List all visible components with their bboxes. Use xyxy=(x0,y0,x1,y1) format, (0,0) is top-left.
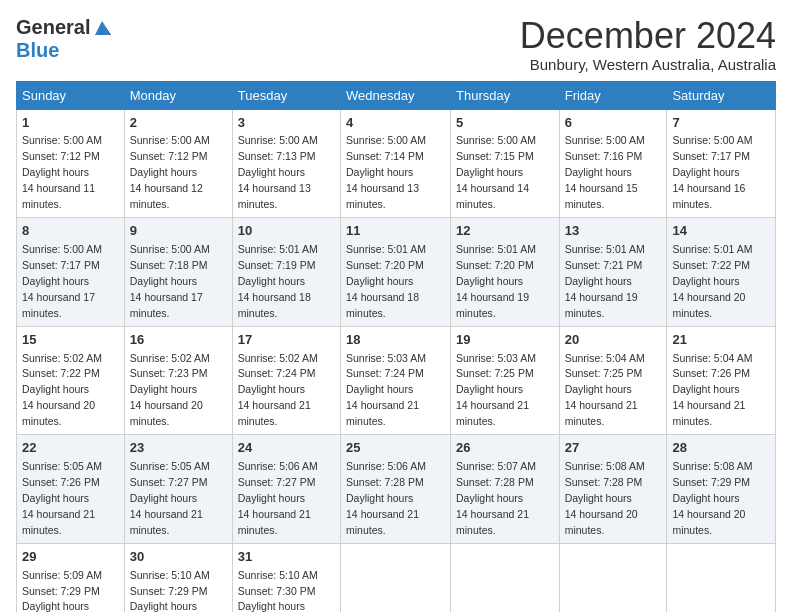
title-block: December 2024 Bunbury, Western Australia… xyxy=(520,16,776,73)
day-number: 15 xyxy=(22,331,119,350)
day-number: 5 xyxy=(456,114,554,133)
logo: General Blue xyxy=(16,16,113,62)
day-header-wednesday: Wednesday xyxy=(341,81,451,109)
day-info: Sunrise: 5:04 AMSunset: 7:25 PMDaylight … xyxy=(565,352,645,428)
month-title: December 2024 xyxy=(520,16,776,56)
day-header-tuesday: Tuesday xyxy=(232,81,340,109)
day-info: Sunrise: 5:00 AMSunset: 7:17 PMDaylight … xyxy=(22,243,102,319)
calendar-cell: 11Sunrise: 5:01 AMSunset: 7:20 PMDayligh… xyxy=(341,218,451,327)
day-header-friday: Friday xyxy=(559,81,667,109)
calendar-cell: 30Sunrise: 5:10 AMSunset: 7:29 PMDayligh… xyxy=(124,543,232,612)
day-info: Sunrise: 5:03 AMSunset: 7:24 PMDaylight … xyxy=(346,352,426,428)
day-number: 20 xyxy=(565,331,662,350)
day-number: 26 xyxy=(456,439,554,458)
day-info: Sunrise: 5:00 AMSunset: 7:15 PMDaylight … xyxy=(456,134,536,210)
day-number: 21 xyxy=(672,331,770,350)
day-info: Sunrise: 5:10 AMSunset: 7:30 PMDaylight … xyxy=(238,569,318,612)
day-number: 28 xyxy=(672,439,770,458)
calendar-cell: 20Sunrise: 5:04 AMSunset: 7:25 PMDayligh… xyxy=(559,326,667,435)
day-number: 25 xyxy=(346,439,445,458)
day-info: Sunrise: 5:07 AMSunset: 7:28 PMDaylight … xyxy=(456,460,536,536)
calendar-cell: 22Sunrise: 5:05 AMSunset: 7:26 PMDayligh… xyxy=(17,435,125,544)
day-number: 10 xyxy=(238,222,335,241)
day-info: Sunrise: 5:08 AMSunset: 7:28 PMDaylight … xyxy=(565,460,645,536)
day-number: 1 xyxy=(22,114,119,133)
calendar-cell: 23Sunrise: 5:05 AMSunset: 7:27 PMDayligh… xyxy=(124,435,232,544)
calendar-cell xyxy=(667,543,776,612)
day-info: Sunrise: 5:01 AMSunset: 7:19 PMDaylight … xyxy=(238,243,318,319)
calendar-cell xyxy=(451,543,560,612)
calendar-cell: 16Sunrise: 5:02 AMSunset: 7:23 PMDayligh… xyxy=(124,326,232,435)
calendar-cell xyxy=(341,543,451,612)
day-header-monday: Monday xyxy=(124,81,232,109)
day-info: Sunrise: 5:02 AMSunset: 7:24 PMDaylight … xyxy=(238,352,318,428)
day-info: Sunrise: 5:01 AMSunset: 7:21 PMDaylight … xyxy=(565,243,645,319)
day-number: 22 xyxy=(22,439,119,458)
day-number: 3 xyxy=(238,114,335,133)
calendar-table: SundayMondayTuesdayWednesdayThursdayFrid… xyxy=(16,81,776,612)
day-number: 30 xyxy=(130,548,227,567)
calendar-cell: 15Sunrise: 5:02 AMSunset: 7:22 PMDayligh… xyxy=(17,326,125,435)
logo-blue: Blue xyxy=(16,39,59,61)
calendar-cell: 4Sunrise: 5:00 AMSunset: 7:14 PMDaylight… xyxy=(341,109,451,218)
day-info: Sunrise: 5:01 AMSunset: 7:20 PMDaylight … xyxy=(456,243,536,319)
calendar-cell: 1Sunrise: 5:00 AMSunset: 7:12 PMDaylight… xyxy=(17,109,125,218)
calendar-cell: 18Sunrise: 5:03 AMSunset: 7:24 PMDayligh… xyxy=(341,326,451,435)
calendar-cell: 29Sunrise: 5:09 AMSunset: 7:29 PMDayligh… xyxy=(17,543,125,612)
day-number: 8 xyxy=(22,222,119,241)
days-header-row: SundayMondayTuesdayWednesdayThursdayFrid… xyxy=(17,81,776,109)
calendar-week-row: 22Sunrise: 5:05 AMSunset: 7:26 PMDayligh… xyxy=(17,435,776,544)
calendar-cell xyxy=(559,543,667,612)
calendar-cell: 24Sunrise: 5:06 AMSunset: 7:27 PMDayligh… xyxy=(232,435,340,544)
day-number: 16 xyxy=(130,331,227,350)
calendar-cell: 21Sunrise: 5:04 AMSunset: 7:26 PMDayligh… xyxy=(667,326,776,435)
day-number: 12 xyxy=(456,222,554,241)
calendar-cell: 13Sunrise: 5:01 AMSunset: 7:21 PMDayligh… xyxy=(559,218,667,327)
day-number: 27 xyxy=(565,439,662,458)
day-info: Sunrise: 5:00 AMSunset: 7:17 PMDaylight … xyxy=(672,134,752,210)
day-number: 18 xyxy=(346,331,445,350)
day-number: 31 xyxy=(238,548,335,567)
logo-general: General xyxy=(16,16,90,39)
day-info: Sunrise: 5:06 AMSunset: 7:28 PMDaylight … xyxy=(346,460,426,536)
day-info: Sunrise: 5:00 AMSunset: 7:12 PMDaylight … xyxy=(130,134,210,210)
logo-icon xyxy=(91,17,113,39)
day-info: Sunrise: 5:00 AMSunset: 7:14 PMDaylight … xyxy=(346,134,426,210)
day-number: 7 xyxy=(672,114,770,133)
page-header: General Blue December 2024 Bunbury, West… xyxy=(16,16,776,73)
calendar-week-row: 1Sunrise: 5:00 AMSunset: 7:12 PMDaylight… xyxy=(17,109,776,218)
calendar-cell: 8Sunrise: 5:00 AMSunset: 7:17 PMDaylight… xyxy=(17,218,125,327)
day-number: 9 xyxy=(130,222,227,241)
calendar-cell: 6Sunrise: 5:00 AMSunset: 7:16 PMDaylight… xyxy=(559,109,667,218)
day-info: Sunrise: 5:05 AMSunset: 7:27 PMDaylight … xyxy=(130,460,210,536)
day-header-saturday: Saturday xyxy=(667,81,776,109)
day-info: Sunrise: 5:04 AMSunset: 7:26 PMDaylight … xyxy=(672,352,752,428)
day-info: Sunrise: 5:02 AMSunset: 7:23 PMDaylight … xyxy=(130,352,210,428)
day-header-thursday: Thursday xyxy=(451,81,560,109)
day-info: Sunrise: 5:01 AMSunset: 7:22 PMDaylight … xyxy=(672,243,752,319)
day-info: Sunrise: 5:10 AMSunset: 7:29 PMDaylight … xyxy=(130,569,210,612)
day-number: 11 xyxy=(346,222,445,241)
day-number: 2 xyxy=(130,114,227,133)
calendar-cell: 10Sunrise: 5:01 AMSunset: 7:19 PMDayligh… xyxy=(232,218,340,327)
day-number: 29 xyxy=(22,548,119,567)
location-title: Bunbury, Western Australia, Australia xyxy=(520,56,776,73)
day-header-sunday: Sunday xyxy=(17,81,125,109)
calendar-week-row: 15Sunrise: 5:02 AMSunset: 7:22 PMDayligh… xyxy=(17,326,776,435)
day-number: 13 xyxy=(565,222,662,241)
day-info: Sunrise: 5:03 AMSunset: 7:25 PMDaylight … xyxy=(456,352,536,428)
calendar-week-row: 8Sunrise: 5:00 AMSunset: 7:17 PMDaylight… xyxy=(17,218,776,327)
day-info: Sunrise: 5:09 AMSunset: 7:29 PMDaylight … xyxy=(22,569,102,612)
day-number: 17 xyxy=(238,331,335,350)
calendar-cell: 5Sunrise: 5:00 AMSunset: 7:15 PMDaylight… xyxy=(451,109,560,218)
day-number: 24 xyxy=(238,439,335,458)
calendar-week-row: 29Sunrise: 5:09 AMSunset: 7:29 PMDayligh… xyxy=(17,543,776,612)
calendar-cell: 2Sunrise: 5:00 AMSunset: 7:12 PMDaylight… xyxy=(124,109,232,218)
day-number: 4 xyxy=(346,114,445,133)
day-info: Sunrise: 5:06 AMSunset: 7:27 PMDaylight … xyxy=(238,460,318,536)
calendar-cell: 14Sunrise: 5:01 AMSunset: 7:22 PMDayligh… xyxy=(667,218,776,327)
day-info: Sunrise: 5:01 AMSunset: 7:20 PMDaylight … xyxy=(346,243,426,319)
day-info: Sunrise: 5:00 AMSunset: 7:16 PMDaylight … xyxy=(565,134,645,210)
calendar-cell: 3Sunrise: 5:00 AMSunset: 7:13 PMDaylight… xyxy=(232,109,340,218)
day-number: 14 xyxy=(672,222,770,241)
